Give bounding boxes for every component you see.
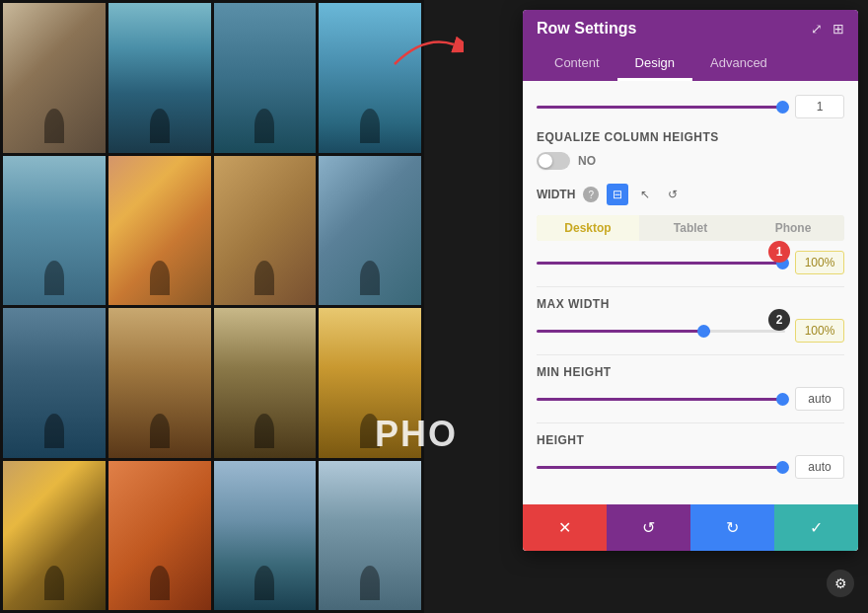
toggle-row: NO [537, 152, 844, 170]
max-width-slider-track[interactable] [537, 330, 785, 333]
min-height-track[interactable] [537, 398, 785, 401]
equalize-label: Equalize Column Heights [537, 130, 844, 144]
width-label: Width [537, 188, 575, 201]
tab-advanced[interactable]: Advanced [692, 47, 785, 81]
min-height-label: Min Height [537, 365, 844, 379]
top-slider-fill [537, 106, 785, 109]
max-width-slider-fill [537, 330, 710, 333]
desktop-icon-btn[interactable]: ⊟ [607, 184, 628, 205]
settings-panel: Row Settings ⤢ ⊞ Content Design Advanced… [523, 10, 858, 551]
toggle-knob [539, 154, 552, 168]
tab-design[interactable]: Design [617, 47, 692, 81]
min-height-slider-row: auto [537, 387, 844, 411]
redo-icon: ↻ [726, 518, 739, 537]
photo-9 [3, 308, 106, 458]
gear-corner-button[interactable]: ⚙ [827, 570, 854, 597]
photo-2 [108, 3, 211, 153]
gear-icon: ⚙ [834, 575, 847, 591]
min-height-thumb[interactable] [776, 393, 789, 406]
pho-text: PHO [375, 414, 458, 455]
photo-15 [214, 461, 317, 611]
photo-13 [3, 461, 106, 611]
divider-1 [537, 286, 844, 287]
panel-header: Row Settings ⤢ ⊞ [523, 10, 858, 47]
check-icon: ✓ [810, 518, 823, 537]
undo-button[interactable]: ↺ [607, 504, 690, 551]
photo-7 [214, 156, 317, 306]
equalize-toggle[interactable] [537, 152, 570, 170]
tab-phone[interactable]: Phone [742, 215, 844, 241]
width-slider-fill [537, 262, 785, 265]
photo-3 [214, 3, 317, 153]
device-tabs: Desktop Tablet Phone [537, 215, 844, 241]
header-icons: ⤢ ⊞ [811, 21, 844, 37]
tab-desktop[interactable]: Desktop [537, 215, 639, 241]
resize-icon[interactable]: ⤢ [811, 21, 823, 37]
grid-icon[interactable]: ⊞ [832, 21, 844, 37]
max-width-slider-thumb[interactable] [697, 325, 710, 338]
photo-1 [3, 3, 106, 153]
max-width-slider-row: 2 100% [537, 319, 844, 343]
tab-content[interactable]: Content [537, 47, 617, 81]
tab-tablet[interactable]: Tablet [639, 215, 742, 241]
photo-6 [108, 156, 211, 306]
top-slider-row: 1 [537, 95, 844, 118]
width-icons: ⊟ ↖ ↺ [607, 184, 684, 205]
width-header: Width ? ⊟ ↖ ↺ [537, 184, 844, 205]
photo-11 [214, 308, 317, 458]
photo-16 [319, 461, 421, 611]
reset-icon-btn[interactable]: ↺ [662, 184, 684, 205]
panel-title: Row Settings [537, 20, 636, 38]
width-value: 100% [795, 251, 844, 274]
confirm-button[interactable]: ✓ [774, 504, 858, 551]
top-slider-thumb[interactable] [776, 101, 789, 114]
height-value: auto [795, 455, 844, 479]
max-width-value: 100% [795, 319, 844, 343]
photo-8 [319, 156, 421, 306]
panel-body: 1 Equalize Column Heights NO Width ? ⊟ ↖… [523, 81, 858, 504]
badge-1: 1 [768, 241, 790, 263]
width-slider-row: 1 100% [537, 251, 844, 274]
divider-2 [537, 354, 844, 355]
top-slider-value: 1 [795, 95, 844, 118]
redo-button[interactable]: ↻ [690, 504, 774, 551]
question-icon[interactable]: ? [583, 187, 599, 202]
close-button[interactable]: ✕ [523, 504, 607, 551]
photo-5 [3, 156, 106, 306]
divider-3 [537, 422, 844, 423]
photo-grid [0, 0, 424, 613]
width-slider-track[interactable] [537, 262, 785, 265]
height-fill [537, 466, 785, 469]
photo-4 [319, 3, 421, 153]
panel-tabs: Content Design Advanced [523, 47, 858, 81]
height-slider-row: auto [537, 455, 844, 479]
undo-icon: ↺ [642, 518, 655, 537]
red-arrow [385, 30, 464, 69]
toggle-state-label: NO [578, 154, 596, 168]
photo-14 [108, 461, 211, 611]
cursor-icon-btn[interactable]: ↖ [634, 184, 656, 205]
min-height-fill [537, 398, 785, 401]
panel-footer: ✕ ↺ ↻ ✓ [523, 504, 858, 551]
equalize-section: Equalize Column Heights NO [537, 130, 844, 170]
badge-2: 2 [768, 309, 790, 331]
close-icon: ✕ [558, 518, 571, 537]
height-thumb[interactable] [776, 461, 789, 474]
photo-10 [108, 308, 211, 458]
max-width-label: Max Width [537, 297, 844, 311]
height-label: Height [537, 433, 844, 447]
height-track[interactable] [537, 466, 785, 469]
top-slider-track[interactable] [537, 106, 785, 109]
min-height-value: auto [795, 387, 844, 411]
